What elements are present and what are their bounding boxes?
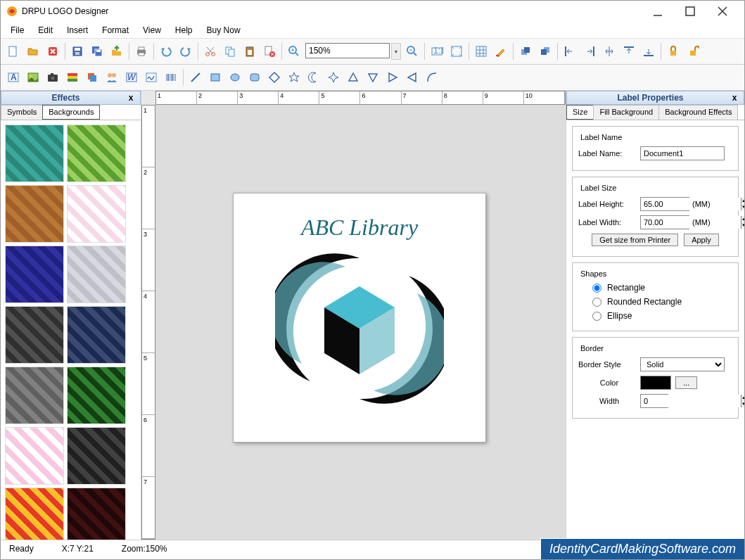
shape-rounded-rect-radio[interactable]: Rounded Rectangle [592,297,732,307]
logo-graphic[interactable] [275,244,444,413]
print-button[interactable] [132,42,151,61]
ellipse-tool-button[interactable] [225,68,245,87]
close-file-button[interactable] [43,42,63,61]
image-tool-button[interactable] [23,68,43,87]
align-left-button[interactable] [560,42,580,61]
align-center-button[interactable] [599,42,619,61]
template-tool-button[interactable] [82,68,102,87]
save-button[interactable] [68,42,87,61]
lock-button[interactable] [663,42,683,61]
triangle-down-tool-button[interactable] [363,68,383,87]
effects-panel-close[interactable]: x [126,93,136,103]
close-button[interactable] [706,1,739,22]
background-thumb[interactable] [67,427,126,485]
triangle-left-tool-button[interactable] [402,68,422,87]
menu-help[interactable]: Help [168,23,200,37]
background-thumb[interactable] [67,488,126,540]
color-picker-button[interactable] [491,42,511,61]
tab-background-effects[interactable]: Background Effects [658,105,738,120]
signature-button[interactable] [141,68,161,87]
triangle-right-tool-button[interactable] [383,68,402,87]
background-thumb[interactable] [67,367,126,424]
new-button[interactable] [4,42,23,61]
zoom-in-button[interactable] [284,42,304,61]
actual-size-button[interactable]: 1:1 [427,42,447,61]
word-art-button[interactable]: W [122,68,141,87]
text-tool-button[interactable]: A [4,68,23,87]
background-thumb[interactable] [5,427,64,485]
rounded-rect-tool-button[interactable] [245,68,265,87]
bring-front-button[interactable] [516,42,535,61]
arc-tool-button[interactable] [422,68,442,87]
gradient-tool-button[interactable] [63,68,82,87]
zoom-out-button[interactable] [402,42,422,61]
menu-buy-now[interactable]: Buy Now [200,23,248,37]
align-top-button[interactable] [619,42,639,61]
people-tool-button[interactable] [102,68,122,87]
design-label[interactable]: ABC Library [233,193,486,443]
undo-button[interactable] [156,42,176,61]
label-height-input[interactable]: ▲▼ [640,197,689,211]
send-back-button[interactable] [535,42,555,61]
shape-ellipse-radio[interactable]: Ellipse [592,311,732,321]
background-thumb[interactable] [67,125,126,182]
star-tool-button[interactable] [284,68,304,87]
delete-button[interactable] [260,42,279,61]
unlock-button[interactable] [683,42,703,61]
save-as-button[interactable] [87,42,107,61]
background-thumbnails[interactable] [1,120,141,540]
label-width-input[interactable]: ▲▼ [640,215,689,229]
menu-file[interactable]: File [4,23,31,37]
line-tool-button[interactable] [186,68,205,87]
crescent-tool-button[interactable] [304,68,324,87]
export-button[interactable] [107,42,127,61]
background-thumb[interactable] [67,185,126,243]
grid-button[interactable] [471,42,491,61]
background-thumb[interactable] [5,185,64,243]
redo-button[interactable] [176,42,196,61]
maximize-button[interactable] [674,1,706,22]
cut-button[interactable] [200,42,220,61]
label-name-input[interactable] [640,146,725,160]
tab-fill-background[interactable]: Fill Background [593,105,659,120]
tab-symbols[interactable]: Symbols [1,105,43,120]
border-color-button[interactable]: ... [675,376,697,389]
triangle-up-tool-button[interactable] [343,68,363,87]
menu-insert[interactable]: Insert [60,23,95,37]
background-thumb[interactable] [67,246,126,303]
background-thumb[interactable] [5,125,64,182]
barcode-button[interactable] [161,68,181,87]
rectangle-tool-button[interactable] [205,68,225,87]
tab-backgrounds[interactable]: Backgrounds [42,105,100,120]
fit-window-button[interactable] [447,42,466,61]
open-button[interactable] [23,42,43,61]
minimize-button[interactable] [642,1,674,22]
border-color-swatch[interactable] [640,376,671,390]
menu-format[interactable]: Format [95,23,136,37]
align-bottom-button[interactable] [639,42,658,61]
background-thumb[interactable] [67,306,126,364]
background-thumb[interactable] [5,306,64,364]
get-size-button[interactable]: Get size from Printer [592,234,678,246]
menu-edit[interactable]: Edit [31,23,60,37]
diamond-tool-button[interactable] [265,68,284,87]
copy-button[interactable] [220,42,240,61]
menu-view[interactable]: View [136,23,168,37]
zoom-dropdown[interactable]: ▼ [391,43,401,60]
zoom-level-input[interactable]: 150% [305,43,390,58]
properties-panel-close[interactable]: x [730,93,739,103]
paste-button[interactable] [240,42,260,61]
background-thumb[interactable] [5,488,64,540]
background-thumb[interactable] [5,367,64,424]
star4-tool-button[interactable] [324,68,343,87]
logo-text[interactable]: ABC Library [234,215,485,241]
align-right-button[interactable] [580,42,599,61]
background-thumb[interactable] [5,246,64,303]
shape-rectangle-radio[interactable]: Rectangle [592,283,732,293]
tab-size[interactable]: Size [566,105,594,120]
apply-button[interactable]: Apply [684,234,719,246]
canvas-background[interactable]: ABC Library [155,105,566,540]
border-width-input[interactable]: ▲▼ [640,394,668,408]
camera-tool-button[interactable] [43,68,63,87]
border-style-select[interactable]: Solid [640,357,725,371]
